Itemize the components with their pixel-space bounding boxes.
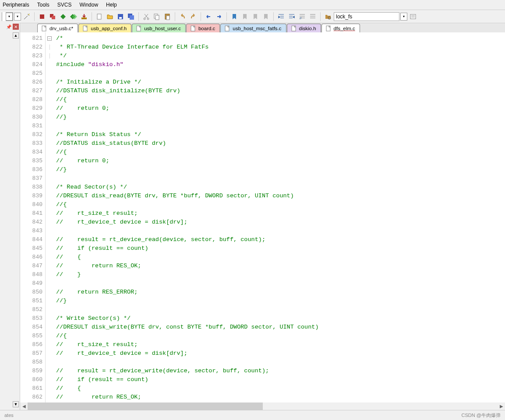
- line-numbers: 821 822 823 824 825 826 827 828 829 830 …: [20, 32, 46, 410]
- close-panel-icon[interactable]: ✕: [13, 24, 19, 30]
- search-drop-icon[interactable]: ▾: [400, 13, 407, 21]
- batch-build-icon[interactable]: [69, 12, 78, 21]
- new-file-icon[interactable]: [95, 12, 104, 21]
- nav-forward-icon[interactable]: [214, 12, 224, 21]
- wand-icon[interactable]: [22, 12, 32, 21]
- tab-usb-host-msc-fatfs-c[interactable]: usb_host_msc_fatfs.c: [220, 24, 286, 32]
- find-in-files-icon[interactable]: [323, 12, 333, 21]
- rebuild-icon[interactable]: [58, 12, 68, 21]
- status-left: ates: [4, 413, 14, 418]
- svg-point-0: [28, 14, 29, 15]
- redo-icon[interactable]: [188, 12, 198, 21]
- svg-rect-16: [155, 15, 159, 20]
- scroll-left-icon[interactable]: ◀: [20, 402, 28, 410]
- menubar: Peripherals Tools SVCS Window Help: [0, 0, 505, 10]
- bookmark-icon[interactable]: [230, 12, 239, 21]
- horizontal-scrollbar[interactable]: ◀ ▶: [20, 402, 505, 410]
- svg-rect-10: [119, 17, 122, 19]
- svg-rect-1: [40, 14, 44, 19]
- svg-rect-8: [97, 14, 101, 19]
- outdent-icon[interactable]: [287, 12, 297, 21]
- comment-icon[interactable]: //: [297, 12, 307, 21]
- save-all-icon[interactable]: [126, 12, 136, 21]
- build-icon[interactable]: [37, 12, 47, 21]
- menu-tools[interactable]: Tools: [37, 2, 49, 8]
- config-icon[interactable]: [408, 12, 418, 21]
- menu-peripherals[interactable]: Peripherals: [3, 2, 29, 8]
- cut-icon[interactable]: [141, 12, 151, 21]
- side-panel: 📌 ✕ ▲ ▼: [0, 23, 20, 410]
- tab-diskio-h[interactable]: diskio.h: [287, 24, 321, 32]
- svg-rect-21: [410, 14, 416, 19]
- tab-dfs-elm-c[interactable]: dfs_elm.c: [321, 24, 360, 33]
- scroll-down-icon[interactable]: ▼: [13, 401, 19, 407]
- nav-back-icon[interactable]: [204, 12, 213, 21]
- search-input[interactable]: [334, 12, 399, 21]
- toolbar: ▾ ▾ // ▾: [0, 10, 505, 23]
- target-combo[interactable]: ▾: [2, 12, 13, 21]
- bookmark-next-icon[interactable]: [251, 12, 260, 21]
- undo-icon[interactable]: [178, 12, 187, 21]
- tab-drv-usb-c-[interactable]: drv_usb.c*: [37, 24, 78, 32]
- tab-usb-app-conf-h[interactable]: usb_app_conf.h: [78, 24, 131, 32]
- build-all-icon[interactable]: [48, 12, 57, 21]
- menu-window[interactable]: Window: [79, 2, 98, 8]
- status-right: CSDN @牛肉爆弹: [462, 412, 501, 419]
- svg-rect-18: [166, 16, 170, 20]
- tab-board-c[interactable]: board.c: [186, 24, 220, 32]
- paste-icon[interactable]: [162, 12, 172, 21]
- scroll-thumb[interactable]: [28, 402, 263, 410]
- svg-rect-3: [52, 16, 55, 19]
- open-icon[interactable]: [105, 12, 115, 21]
- svg-text://: //: [300, 16, 302, 20]
- statusbar: ates CSDN @牛肉爆弹: [0, 410, 505, 420]
- drop-icon[interactable]: ▾: [14, 13, 21, 21]
- menu-svcs[interactable]: SVCS: [57, 2, 72, 8]
- pin-icon[interactable]: 📌: [6, 24, 12, 30]
- svg-rect-12: [130, 15, 134, 20]
- menu-help[interactable]: Help: [106, 2, 117, 8]
- tabbar: drv_usb.c*usb_app_conf.husb_host_user.cb…: [0, 23, 505, 33]
- save-icon[interactable]: [116, 12, 125, 21]
- download-icon[interactable]: [79, 12, 89, 21]
- copy-icon[interactable]: [152, 12, 162, 21]
- editor[interactable]: 821 822 823 824 825 826 827 828 829 830 …: [20, 32, 505, 410]
- scroll-right-icon[interactable]: ▶: [498, 402, 505, 410]
- tab-usb-host-user-c[interactable]: usb_host_user.c: [132, 24, 186, 32]
- scroll-up-icon[interactable]: ▲: [13, 32, 19, 38]
- svg-rect-7: [81, 18, 87, 19]
- fold-column[interactable]: −││: [46, 32, 53, 410]
- bookmark-prev-icon[interactable]: [240, 12, 250, 21]
- svg-marker-4: [60, 14, 66, 19]
- bookmark-clear-icon[interactable]: [261, 12, 271, 21]
- indent-icon[interactable]: [276, 12, 286, 21]
- code-area[interactable]: /* * RT-Thread Device Interface for ELM …: [53, 32, 505, 410]
- uncomment-icon[interactable]: [308, 12, 318, 21]
